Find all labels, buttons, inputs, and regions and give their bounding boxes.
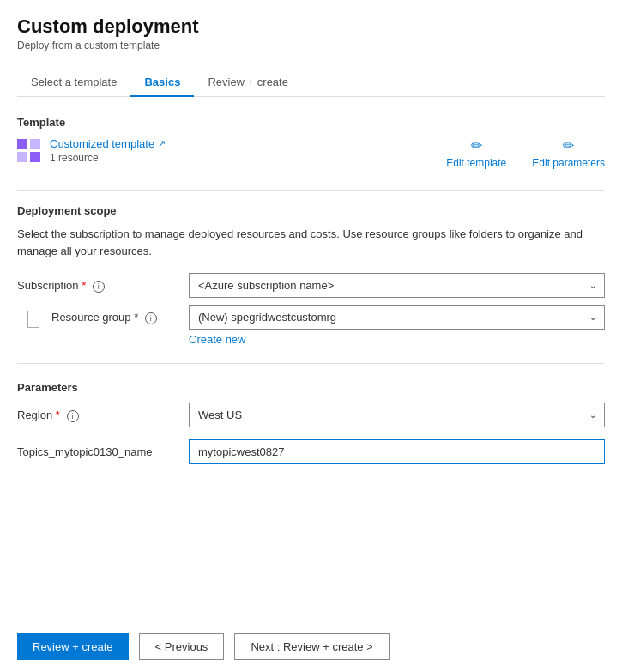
template-icon [17,139,41,163]
template-name-link[interactable]: Customized template [50,137,154,150]
resource-group-select[interactable]: (New) spegridwestcustomrg [189,305,605,330]
resource-group-info-icon[interactable]: i [145,312,157,324]
page-subtitle: Deploy from a custom template [17,39,605,51]
subscription-select-wrapper: <Azure subscription name> ⌄ [189,273,605,298]
subscription-info-icon[interactable]: i [93,281,105,293]
icon-cell-3 [17,152,27,162]
parameters-section-title: Parameters [17,381,605,394]
indent-vertical [27,311,28,321]
tab-basics[interactable]: Basics [130,69,194,97]
resource-group-select-wrapper: (New) spegridwestcustomrg ⌄ [189,305,605,330]
subscription-select[interactable]: <Azure subscription name> [189,273,605,298]
pencil-icon-1: ✏ [471,137,482,154]
region-select-wrapper: West US ⌄ [189,403,605,427]
section-divider-2 [17,363,605,364]
indent-corner [27,321,39,328]
resource-group-control-col: (New) spegridwestcustomrg ⌄ Create new [189,305,605,346]
deployment-scope-section: Deployment scope Select the subscription… [17,204,605,346]
subscription-row: Subscription * i <Azure subscription nam… [17,273,605,298]
pencil-icon-2: ✏ [563,137,574,154]
resource-group-label: Resource group [51,311,131,324]
subscription-label: Subscription [17,279,79,292]
template-info: Customized template ↗ 1 resource [17,137,166,164]
deployment-scope-description: Select the subscription to manage deploy… [17,226,605,259]
icon-cell-2 [30,139,40,149]
review-create-button[interactable]: Review + create [17,633,129,660]
create-new-link[interactable]: Create new [189,333,245,346]
deployment-scope-title: Deployment scope [17,204,605,217]
subscription-required: * [82,279,86,292]
external-link-icon: ↗ [158,138,166,149]
resource-group-label-col: Resource group * i [51,305,189,324]
topics-label-col: Topics_mytopic0130_name [17,439,189,458]
edit-parameters-button[interactable]: ✏ Edit parameters [532,137,605,169]
footer: Review + create < Previous Next : Review… [0,621,622,672]
template-details: Customized template ↗ 1 resource [50,137,166,164]
template-section-title: Template [17,116,605,129]
icon-cell-1 [17,139,27,149]
page-title: Custom deployment [17,15,605,38]
topics-label: Topics_mytopic0130_name [17,445,153,458]
template-resource-count: 1 resource [50,152,166,164]
region-required: * [56,409,60,421]
region-label-col: Region * i [17,403,189,422]
resource-group-row: Resource group * i (New) spegridwestcust… [17,305,605,346]
section-divider-1 [17,190,605,191]
edit-template-label: Edit template [446,157,506,169]
topics-row: Topics_mytopic0130_name [17,439,605,464]
next-button[interactable]: Next : Review + create > [234,633,389,660]
indent-container [17,305,51,328]
tabs-nav: Select a template Basics Review + create [17,69,605,97]
template-section: Template Customized template ↗ 1 resourc… [17,116,605,169]
region-info-icon[interactable]: i [67,410,79,422]
parameters-section: Parameters Region * i West US ⌄ Topics_m… [17,381,605,464]
edit-parameters-label: Edit parameters [532,157,605,169]
template-actions: ✏ Edit template ✏ Edit parameters [446,137,605,169]
resource-group-required: * [134,311,138,324]
subscription-label-col: Subscription * i [17,273,189,293]
topics-input[interactable] [189,439,605,464]
previous-button[interactable]: < Previous [139,633,225,660]
deployment-scope-desc-text: Select the subscription to manage deploy… [17,227,583,257]
edit-template-button[interactable]: ✏ Edit template [446,137,506,169]
region-row: Region * i West US ⌄ [17,403,605,427]
region-label: Region [17,409,52,421]
indent-lines [27,311,39,328]
region-select[interactable]: West US [189,403,605,427]
icon-cell-4 [30,152,40,162]
tab-review-create[interactable]: Review + create [194,69,302,97]
region-control-col: West US ⌄ [189,403,605,427]
template-card: Customized template ↗ 1 resource ✏ Edit … [17,137,605,169]
subscription-control-col: <Azure subscription name> ⌄ [189,273,605,298]
topics-control-col [189,439,605,464]
template-name-row: Customized template ↗ [50,137,166,150]
tab-select-template[interactable]: Select a template [17,69,130,97]
